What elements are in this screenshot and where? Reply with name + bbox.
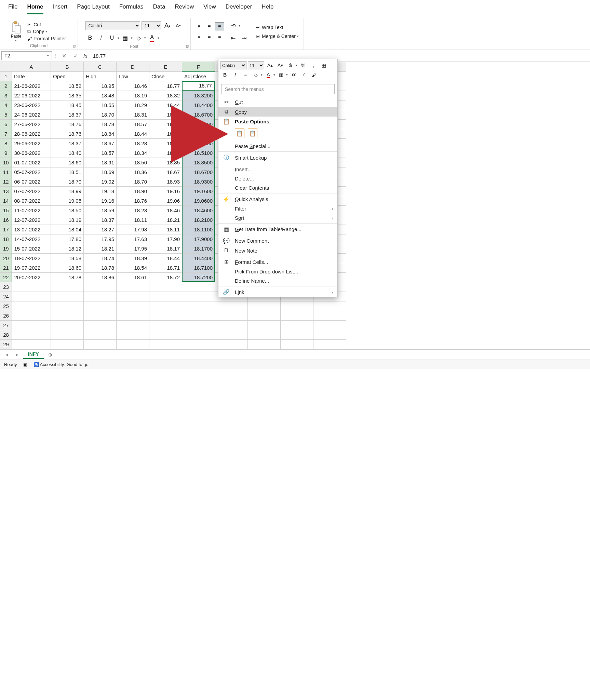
row-header[interactable]: 5: [0, 110, 12, 120]
column-header[interactable]: A: [12, 62, 51, 72]
ctx-paste-special[interactable]: Paste Special...: [218, 142, 337, 151]
cell[interactable]: [117, 330, 149, 340]
cell[interactable]: 05-07-2022: [12, 167, 51, 177]
italic-button[interactable]: I: [96, 33, 106, 43]
ribbon-tab-insert[interactable]: Insert: [53, 3, 68, 14]
fill-color-button[interactable]: ◇: [134, 33, 144, 43]
cell[interactable]: 19.06: [149, 196, 182, 206]
cell[interactable]: 18.50: [51, 206, 84, 215]
font-name-select[interactable]: Calibri: [85, 21, 140, 30]
row-header[interactable]: 26: [0, 311, 12, 321]
cell[interactable]: [84, 311, 117, 321]
ctx-new-note[interactable]: 🗒New Note: [218, 246, 337, 255]
percent-format-icon[interactable]: %: [299, 61, 308, 69]
cell[interactable]: 18.17: [149, 244, 182, 254]
fx-icon[interactable]: fx: [81, 53, 90, 59]
row-header[interactable]: 19: [0, 244, 12, 254]
cell[interactable]: 07-07-2022: [12, 187, 51, 196]
row-header[interactable]: 6: [0, 120, 12, 129]
cell[interactable]: 18.39: [117, 254, 149, 263]
mini-font-name[interactable]: Calibri: [220, 61, 246, 69]
cell[interactable]: [182, 292, 215, 301]
cell[interactable]: 18.70: [51, 177, 84, 187]
paste-button[interactable]: Paste ▾: [10, 21, 22, 42]
cell[interactable]: 18.37: [51, 139, 84, 148]
cell[interactable]: 06-07-2022: [12, 177, 51, 187]
cell[interactable]: 18.60: [51, 263, 84, 273]
cell[interactable]: 18.4400: [182, 254, 215, 263]
cell[interactable]: 18.78: [51, 273, 84, 282]
row-header[interactable]: 23: [0, 282, 12, 292]
cell[interactable]: [281, 301, 313, 311]
cell[interactable]: Open: [51, 72, 84, 81]
cell[interactable]: 29-06-2022: [12, 139, 51, 148]
ribbon-tab-home[interactable]: Home: [27, 3, 43, 14]
cell[interactable]: 22-06-2022: [12, 91, 51, 100]
cell[interactable]: 18.60: [51, 158, 84, 167]
italic-button[interactable]: I: [231, 71, 240, 79]
cell[interactable]: 17.95: [117, 244, 149, 254]
cell[interactable]: 18.6700: [182, 110, 215, 120]
cell[interactable]: 18.3200: [182, 91, 215, 100]
align-left-button[interactable]: ≡: [194, 33, 204, 41]
sheet-tab[interactable]: INFY: [23, 350, 44, 359]
borders-button[interactable]: ▦: [277, 71, 285, 79]
cell[interactable]: [51, 311, 84, 321]
prev-sheet-button[interactable]: ◄: [3, 352, 11, 357]
cell[interactable]: 18.21: [149, 215, 182, 225]
cell[interactable]: Close: [149, 72, 182, 81]
cell[interactable]: 18.51: [149, 148, 182, 158]
row-header[interactable]: 24: [0, 292, 12, 301]
row-header[interactable]: 10: [0, 158, 12, 167]
cell[interactable]: 18.31: [117, 110, 149, 120]
ribbon-tab-view[interactable]: View: [203, 3, 216, 14]
cell[interactable]: 30-06-2022: [12, 148, 51, 158]
cell[interactable]: 18.1100: [182, 225, 215, 234]
orientation-button[interactable]: ⟲: [228, 21, 238, 30]
cell[interactable]: High: [84, 72, 117, 81]
ctx-link[interactable]: 🔗Link›: [218, 287, 337, 297]
fill-color-button[interactable]: ◇: [251, 71, 260, 79]
row-header[interactable]: 8: [0, 139, 12, 148]
cell[interactable]: 17.80: [51, 234, 84, 244]
ctx-smart-lookup[interactable]: ⓘSmart Lookup: [218, 152, 337, 163]
cell[interactable]: 18.45: [51, 100, 84, 110]
cell[interactable]: 18.44: [149, 254, 182, 263]
cell[interactable]: [313, 330, 346, 340]
cell[interactable]: 17.9000: [182, 234, 215, 244]
cell[interactable]: [182, 340, 215, 349]
increase-decimal-icon[interactable]: .00: [289, 71, 298, 79]
cell[interactable]: 19-07-2022: [12, 263, 51, 273]
add-sheet-button[interactable]: ⊕: [46, 350, 55, 359]
cell[interactable]: [117, 301, 149, 311]
cell[interactable]: 18.37: [51, 110, 84, 120]
cell[interactable]: 18.7600: [182, 120, 215, 129]
cell[interactable]: 08-07-2022: [12, 196, 51, 206]
underline-button[interactable]: U: [107, 33, 117, 43]
row-header[interactable]: 4: [0, 100, 12, 110]
row-header[interactable]: 14: [0, 196, 12, 206]
cell[interactable]: 18.48: [84, 91, 117, 100]
cell[interactable]: [248, 321, 281, 330]
row-header[interactable]: 1: [0, 72, 12, 81]
cell[interactable]: 17.63: [117, 234, 149, 244]
next-sheet-button[interactable]: ►: [13, 352, 21, 357]
cell[interactable]: 18.11: [117, 215, 149, 225]
cell[interactable]: [149, 301, 182, 311]
cell[interactable]: 18.2100: [182, 215, 215, 225]
cell[interactable]: [182, 282, 215, 292]
ribbon-tab-page-layout[interactable]: Page Layout: [77, 3, 109, 14]
cell[interactable]: 18.74: [84, 254, 117, 263]
cell[interactable]: 18.19: [51, 215, 84, 225]
formula-bar[interactable]: 18.77: [90, 52, 590, 60]
cell[interactable]: [149, 330, 182, 340]
cell[interactable]: 18.67: [149, 110, 182, 120]
conditional-formatting-icon[interactable]: ▦: [319, 61, 328, 69]
cell[interactable]: 18.46: [117, 81, 149, 91]
cell[interactable]: 18.59: [84, 206, 117, 215]
font-color-button[interactable]: A: [147, 33, 157, 43]
cell[interactable]: 19.1600: [182, 187, 215, 196]
context-search[interactable]: Search the menus: [221, 84, 335, 94]
cell[interactable]: 18.40: [51, 148, 84, 158]
row-header[interactable]: 17: [0, 225, 12, 234]
